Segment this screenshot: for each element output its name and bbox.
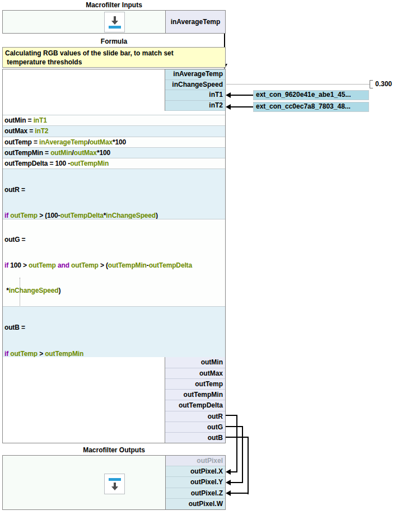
wire-outB-h1[interactable] [226,437,249,438]
constant-value-inChangeSpeed[interactable]: 0.300 [375,80,392,88]
formula-row-outMax[interactable]: outMax = inT2 [3,125,225,136]
macro-input-icon [108,15,122,30]
port-outPixel-Y[interactable]: outPixel.Y [166,477,225,488]
wire-ext-inT1[interactable] [231,95,253,96]
wire-outG-h1[interactable] [226,426,243,427]
port-outPixel-Z[interactable]: outPixel.Z [166,488,225,499]
indent-guide-line [20,278,20,306]
wire-ext-inT2[interactable] [231,106,253,107]
arrowhead-outPixelX [226,469,231,475]
formula-rows: outMin = inT1 outMax = inT2 outTemp = in… [3,115,225,357]
wire-outR-v[interactable] [236,415,237,472]
formula-row-outMin[interactable]: outMin = inT1 [3,115,225,125]
formula-line: *inChangeSpeed) [3,286,225,296]
formula-line: outB = [3,322,225,333]
port-outTemp[interactable]: outTemp [165,378,225,389]
ext-connection-inT2[interactable]: ext_con_cc0ec7a8_7803_48... [253,102,369,112]
port-inAverageTemp[interactable]: inAverageTemp [165,69,225,80]
wire-outG-h2[interactable] [231,482,243,483]
formula-row-outR[interactable]: outR = if outTemp > (100-outTempDelta*in… [3,168,225,219]
port-inT2[interactable]: inT2 [165,101,225,111]
formula-row-outTempMin[interactable]: outTempMin = outMin/outMax*100 [3,147,225,158]
formula-row-outG[interactable]: outG = if 100 > outTemp and outTemp > (o… [3,219,225,306]
macrofilter-editor-canvas: { "macro_inputs": { "title": "Macrofilte… [0,0,420,515]
wire-inChangeSpeed-constant[interactable] [226,84,370,85]
macrofilter-outputs-block[interactable]: outPixel outPixel.X outPixel.Y outPixel.… [2,455,226,510]
macrofilter-inputs-icon-box[interactable] [104,12,125,32]
arrowhead-inT1 [226,92,231,98]
formula-block[interactable]: inAverageTemp inChangeSpeed inT1 inT2 ou… [2,69,226,443]
macrofilter-output-ports: outPixel outPixel.X outPixel.Y outPixel.… [165,456,225,509]
port-outTempMin[interactable]: outTempMin [165,389,225,400]
port-outMin[interactable]: outMin [165,357,225,368]
constant-bracket-tick-top [370,80,373,81]
formula-title: Formula [2,38,226,45]
port-outPixel-W[interactable]: outPixel.W [166,499,225,509]
port-outTempDelta[interactable]: outTempDelta [165,400,225,410]
constant-bracket [370,80,370,88]
macrofilter-outputs-icon-box[interactable] [104,474,125,494]
wire-outR-h1[interactable] [226,415,237,416]
wire-outB-v[interactable] [248,437,249,494]
port-outMax[interactable]: outMax [165,368,225,378]
port-outPixel-X[interactable]: outPixel.X [166,466,225,477]
formula-row-outTemp[interactable]: outTemp = inAverageTemp/outMax*100 [3,137,225,147]
arrowhead-outPixelY [226,480,231,485]
arrowhead-outPixelZ [226,490,231,496]
wire-outR-h2[interactable] [231,471,237,472]
port-inAverageTemp-source[interactable]: inAverageTemp [165,11,225,33]
macrofilter-outputs-title: Macrofilter Outputs [2,446,226,454]
port-outB[interactable]: outB [165,432,225,443]
port-inChangeSpeed[interactable]: inChangeSpeed [165,80,225,91]
arrowhead-inT2 [226,104,231,110]
macrofilter-inputs-title: Macrofilter Inputs [2,1,226,9]
port-outPixel[interactable]: outPixel [166,456,225,466]
formula-comment[interactable]: Calculating RGB values of the slide bar,… [2,47,226,68]
port-outR[interactable]: outR [165,411,225,422]
formula-line: if outTemp > outTempMin [3,349,225,358]
formula-line: outG = [3,235,225,245]
constant-bracket-tick-bottom [370,88,373,88]
wire-outG-v[interactable] [242,426,243,483]
formula-output-ports: outMin outMax outTemp outTempMin outTemp… [165,357,225,443]
macro-output-icon [108,477,122,491]
formula-line: if 100 > outTemp and outTemp > (outTempM… [3,261,225,270]
wire-outB-h2[interactable] [231,493,249,494]
formula-row-outB[interactable]: outB = if outTemp > outTempMin then max(… [3,306,225,357]
ext-connection-inT1[interactable]: ext_con_9620e41e_abe1_45... [253,90,369,100]
port-outG[interactable]: outG [165,422,225,432]
formula-row-outTempDelta[interactable]: outTempDelta = 100 -outTempMin [3,158,225,168]
formula-input-ports: inAverageTemp inChangeSpeed inT1 inT2 [165,69,225,111]
macrofilter-inputs-block[interactable]: inAverageTemp [2,10,226,34]
formula-line: if outTemp > (100-outTempDelta*inChangeS… [3,210,225,219]
formula-line: outR = [3,185,225,195]
port-inT1[interactable]: inT1 [165,90,225,101]
